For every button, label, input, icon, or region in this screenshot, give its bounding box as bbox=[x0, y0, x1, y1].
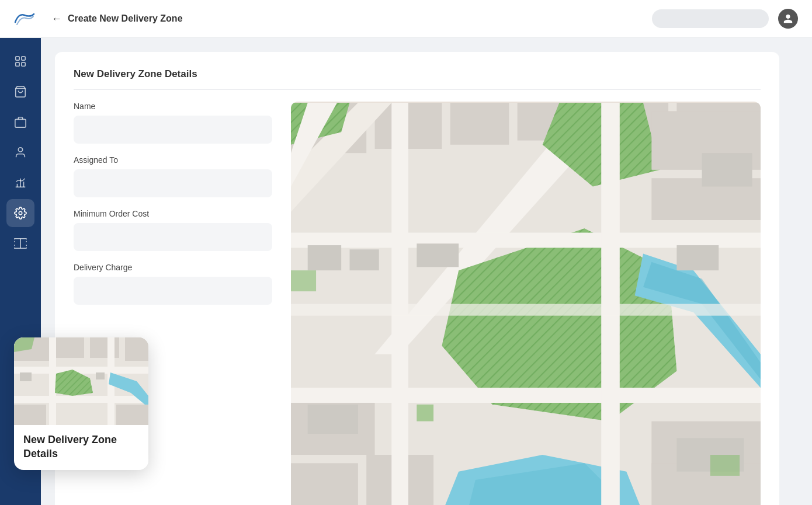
sidebar-item-tickets[interactable] bbox=[6, 229, 34, 257]
form-group-delivery-charge: Delivery Charge bbox=[74, 263, 272, 305]
svg-rect-53 bbox=[417, 405, 433, 422]
svg-rect-47 bbox=[417, 243, 459, 267]
svg-rect-72 bbox=[96, 372, 105, 379]
sidebar-item-dashboard[interactable] bbox=[6, 47, 34, 75]
topbar: ← Create New Delivery Zone bbox=[0, 0, 812, 38]
svg-rect-48 bbox=[676, 245, 719, 270]
back-button[interactable]: ← bbox=[51, 13, 62, 25]
svg-rect-40 bbox=[291, 388, 761, 403]
svg-rect-60 bbox=[125, 337, 148, 361]
svg-rect-44 bbox=[291, 304, 761, 316]
svg-rect-63 bbox=[49, 337, 56, 425]
delivery-charge-label: Delivery Charge bbox=[74, 263, 272, 272]
svg-rect-54 bbox=[710, 455, 740, 476]
svg-rect-1 bbox=[22, 57, 25, 60]
min-order-cost-input[interactable] bbox=[74, 223, 272, 251]
svg-rect-58 bbox=[55, 337, 84, 358]
svg-rect-3 bbox=[22, 62, 25, 66]
name-input[interactable] bbox=[74, 116, 272, 144]
form-card-title: New Delivery Zone Details bbox=[74, 68, 761, 90]
floating-card-title: New Delivery Zone Details bbox=[23, 433, 139, 461]
form-card: New Delivery Zone Details Name Assigned … bbox=[55, 52, 779, 505]
svg-rect-41 bbox=[391, 103, 408, 505]
svg-rect-35 bbox=[291, 463, 358, 505]
form-group-assigned-to: Assigned To bbox=[74, 155, 272, 197]
svg-rect-50 bbox=[308, 405, 358, 434]
assigned-to-label: Assigned To bbox=[74, 155, 272, 165]
min-order-cost-label: Minimum Order Cost bbox=[74, 209, 272, 218]
svg-rect-45 bbox=[308, 245, 341, 270]
form-group-min-order-cost: Minimum Order Cost bbox=[74, 209, 272, 251]
logo bbox=[14, 11, 37, 27]
svg-rect-16 bbox=[450, 103, 509, 145]
sidebar-item-orders[interactable] bbox=[6, 78, 34, 106]
svg-rect-5 bbox=[15, 119, 26, 127]
svg-point-10 bbox=[19, 211, 22, 215]
floating-card: New Delivery Zone Details bbox=[14, 337, 148, 470]
svg-rect-70 bbox=[116, 405, 148, 425]
map-container bbox=[291, 102, 761, 505]
sidebar-item-products[interactable] bbox=[6, 108, 34, 136]
sidebar-item-customers[interactable] bbox=[6, 138, 34, 166]
topbar-title-area: ← Create New Delivery Zone bbox=[51, 13, 652, 25]
svg-rect-49 bbox=[702, 153, 752, 186]
search-bar bbox=[652, 9, 769, 28]
sidebar-item-analytics[interactable] bbox=[6, 169, 34, 197]
topbar-right bbox=[652, 9, 798, 29]
name-label: Name bbox=[74, 102, 272, 111]
main-content: New Delivery Zone Details Name Assigned … bbox=[41, 38, 812, 505]
form-map-row: Name Assigned To Minimum Order Cost Deli… bbox=[74, 102, 761, 505]
form-group-name: Name bbox=[74, 102, 272, 144]
floating-card-map bbox=[14, 337, 148, 425]
svg-rect-0 bbox=[16, 57, 19, 60]
svg-rect-42 bbox=[601, 103, 620, 505]
svg-rect-2 bbox=[16, 62, 19, 66]
svg-rect-52 bbox=[291, 270, 316, 291]
svg-rect-62 bbox=[14, 396, 148, 403]
sidebar-item-settings[interactable] bbox=[6, 199, 34, 227]
svg-rect-69 bbox=[14, 405, 46, 425]
delivery-charge-input[interactable] bbox=[74, 277, 272, 305]
user-avatar[interactable] bbox=[778, 9, 798, 29]
page-title: Create New Delivery Zone bbox=[68, 13, 183, 24]
assigned-to-input[interactable] bbox=[74, 169, 272, 197]
floating-card-body: New Delivery Zone Details bbox=[14, 425, 148, 470]
svg-point-6 bbox=[18, 148, 22, 152]
svg-rect-61 bbox=[14, 367, 148, 374]
map-svg bbox=[291, 102, 761, 505]
svg-rect-71 bbox=[20, 372, 32, 381]
svg-rect-59 bbox=[90, 337, 119, 358]
svg-rect-46 bbox=[350, 249, 379, 270]
